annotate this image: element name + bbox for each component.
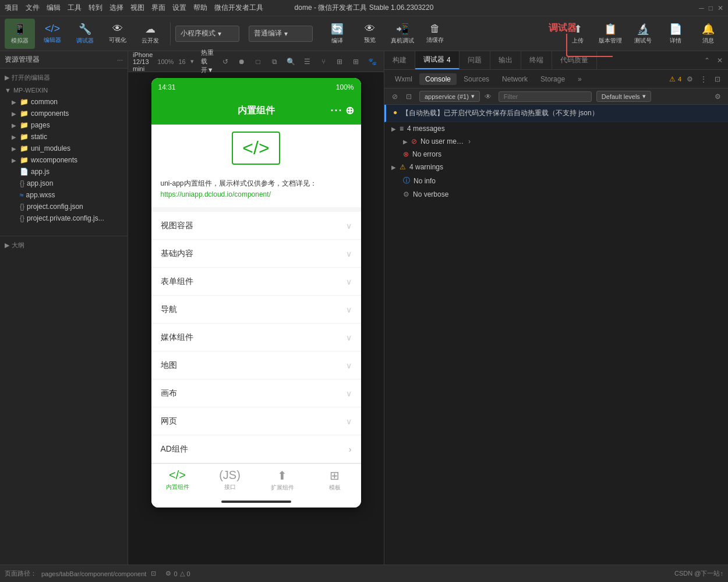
tab-debugger[interactable]: 调试器 4	[415, 51, 460, 69]
list-item-basic[interactable]: 基础内容 ∨	[151, 240, 361, 268]
list-item-view[interactable]: 视图容器 ∨	[151, 212, 361, 240]
list-item-media[interactable]: 媒体组件 ∨	[151, 324, 361, 352]
detail-btn[interactable]: 📄 详情	[660, 19, 691, 49]
tab-issues[interactable]: 问题	[460, 51, 490, 69]
clear-console-icon[interactable]: ⊘	[389, 91, 401, 102]
panel-close-btn[interactable]: ✕	[714, 55, 726, 66]
tree-item-projectconfig[interactable]: ▶ {} project.config.json	[0, 201, 128, 212]
tab-console[interactable]: Console	[419, 73, 457, 85]
scale-dropdown-icon[interactable]: ▾	[190, 58, 194, 65]
open-editors-section[interactable]: ▶ 打开的编辑器	[0, 71, 128, 84]
tree-item-wxcomponents[interactable]: ▶ 📁 wxcomponents	[0, 154, 128, 166]
list-item-map[interactable]: 地图 ∨	[151, 352, 361, 379]
inspect-icon[interactable]: 🔍	[284, 55, 298, 69]
settings-btn[interactable]: ⚙	[684, 73, 695, 85]
cloud-btn[interactable]: ☁ 云开发	[135, 19, 165, 49]
bottom-nav-builtin[interactable]: </> 内置组件	[151, 469, 204, 491]
messages-group[interactable]: ▶ ≡ 4 messages	[384, 122, 728, 135]
menu-item-interface[interactable]: 界面	[151, 3, 165, 13]
tab-network[interactable]: Network	[496, 73, 533, 85]
preview-btn[interactable]: 👁 预览	[355, 19, 385, 49]
tree-item-pages[interactable]: ▶ 📁 pages	[0, 119, 128, 131]
simulator-btn[interactable]: 📱 模拟器	[5, 19, 35, 49]
message-btn[interactable]: 🔔 消息	[693, 19, 723, 49]
file-path-copy-icon[interactable]: ⊡	[151, 570, 156, 577]
real-machine-btn[interactable]: 📲 真机调试	[387, 19, 418, 49]
list-item-web[interactable]: 网页 ∨	[151, 407, 361, 435]
list-item-form[interactable]: 表单组件 ∨	[151, 268, 361, 296]
record-icon[interactable]: ⏺	[235, 55, 249, 69]
tab-build[interactable]: 构建	[384, 51, 415, 69]
menu-item-goto[interactable]: 转到	[89, 3, 103, 13]
levels-dropdown[interactable]: Default levels ▾	[596, 91, 651, 102]
menu-item-project[interactable]: 项目	[5, 3, 19, 13]
clear-cache-btn[interactable]: 🗑 清缓存	[420, 19, 450, 49]
list-item-nav[interactable]: 导航 ∨	[151, 296, 361, 324]
maximize-btn[interactable]: □	[709, 4, 713, 12]
bottom-nav-ext[interactable]: ⬆ 扩展组件	[256, 469, 309, 492]
tree-item-appwxss[interactable]: ▶ ≈ app.wxss	[0, 189, 128, 201]
bottom-nav-template[interactable]: ⊞ 模板	[309, 469, 361, 492]
editor-btn[interactable]: </> 编辑器	[37, 19, 68, 49]
service-dropdown[interactable]: appservice (#1) ▾	[419, 91, 480, 102]
upload-btn[interactable]: ⬆ 上传	[563, 19, 593, 49]
filter-toggle-icon[interactable]: ⊡	[403, 91, 415, 102]
close-btn[interactable]: ✕	[718, 4, 723, 12]
settings-icon[interactable]: ⊞	[349, 55, 363, 69]
undock-btn[interactable]: ⊡	[712, 73, 723, 85]
tree-item-appjson[interactable]: ▶ {} app.json	[0, 178, 128, 189]
menu-item-select[interactable]: 选择	[109, 3, 123, 13]
tree-item-appjs[interactable]: ▶ 📄 app.js	[0, 166, 128, 178]
hot-reload-label[interactable]: 热重载 开▼	[201, 48, 214, 74]
refresh-icon[interactable]: ↺	[218, 55, 232, 69]
tree-item-static[interactable]: ▶ 📁 static	[0, 131, 128, 143]
list-item-canvas[interactable]: 画布 ∨	[151, 379, 361, 407]
minimize-btn[interactable]: ─	[699, 4, 704, 12]
grid-icon[interactable]: ⊞	[333, 55, 347, 69]
phone-desc-link[interactable]: https://uniapp.dcloud.io/component/	[161, 190, 271, 198]
gear-icon[interactable]: ⚙	[712, 91, 723, 102]
tree-item-components[interactable]: ▶ 📁 components	[0, 108, 128, 119]
tab-output[interactable]: 输出	[490, 51, 521, 69]
menu-item-view[interactable]: 视图	[130, 3, 144, 13]
tree-item-projectprivate[interactable]: ▶ {} project.private.config.js...	[0, 212, 128, 224]
mp-weixin-section[interactable]: ▼ MP-WEIXIN	[0, 84, 128, 96]
more-options-btn[interactable]: ⋮	[698, 73, 709, 85]
menu-item-help[interactable]: 帮助	[193, 3, 207, 13]
debugger-btn[interactable]: 🔧 调试器	[70, 19, 100, 49]
tab-more[interactable]: »	[572, 73, 588, 85]
tab-wxml[interactable]: Wxml	[389, 73, 418, 85]
menu-item-settings[interactable]: 设置	[172, 3, 186, 13]
tab-storage[interactable]: Storage	[535, 73, 571, 85]
list-item-ad[interactable]: AD组件 ›	[151, 435, 361, 463]
version-btn[interactable]: 📋 版本管理	[595, 19, 625, 49]
bottom-nav-api[interactable]: (JS) 接口	[204, 469, 256, 491]
tab-codequality[interactable]: 代码质量	[552, 51, 597, 69]
compile-btn[interactable]: 🔄 编译	[322, 19, 352, 49]
visualize-btn[interactable]: 👁 可视化	[103, 19, 133, 49]
menu-item-edit[interactable]: 编辑	[47, 3, 61, 13]
panel-collapse-btn[interactable]: ⌃	[701, 55, 713, 66]
eye-icon[interactable]: 👁	[482, 91, 494, 102]
tree-item-common[interactable]: ▶ 📁 common	[0, 96, 128, 108]
warnings-group[interactable]: ▶ ⚠ 4 warnings	[384, 161, 728, 173]
paw-icon[interactable]: 🐾	[365, 55, 379, 69]
no-user-messages-item[interactable]: ▶ ⊘ No user me… ›	[384, 135, 728, 148]
tab-sources[interactable]: Sources	[458, 73, 495, 85]
phone-nav-dots[interactable]: ··· ⊕	[330, 104, 354, 117]
filter-input[interactable]	[499, 91, 592, 102]
outline-section[interactable]: ▶ 大纲	[0, 239, 128, 252]
branch-icon[interactable]: ⑂	[316, 55, 330, 69]
test-btn[interactable]: 🔬 测试号	[628, 19, 658, 49]
tab-terminal[interactable]: 终端	[521, 51, 552, 69]
menu-item-file[interactable]: 文件	[26, 3, 40, 13]
compile-dropdown[interactable]: 普通编译 ▾	[249, 26, 313, 42]
mode-dropdown[interactable]: 小程序模式 ▾	[175, 26, 239, 42]
copy-icon[interactable]: ⧉	[267, 55, 281, 69]
tree-item-uni-modules[interactable]: ▶ 📁 uni_modules	[0, 143, 128, 154]
touch-icon[interactable]: ☰	[300, 55, 314, 69]
menu-item-wechat[interactable]: 微信开发者工具	[214, 3, 263, 13]
screenshot-icon[interactable]: □	[251, 55, 265, 69]
menu-item-tools[interactable]: 工具	[68, 3, 82, 13]
file-panel-more-icon[interactable]: ···	[117, 56, 123, 64]
